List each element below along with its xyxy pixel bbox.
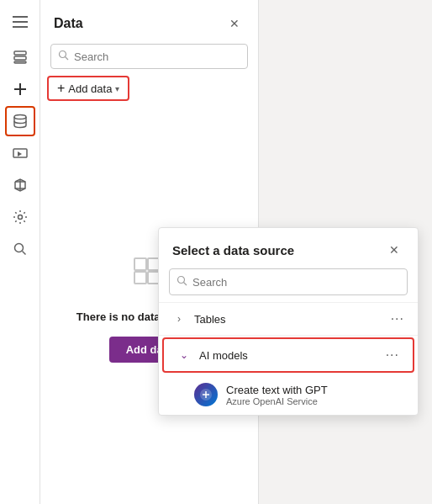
source-ai-models-label: AI models [199,349,386,362]
data-search-box [50,44,248,69]
popup-title: Select a data source [172,243,294,257]
nav-item-connections[interactable] [5,170,35,200]
popup-close-button[interactable]: ✕ [384,240,404,260]
svg-line-20 [184,283,187,286]
nav-item-settings[interactable] [5,202,35,232]
add-data-label: Add data [68,82,112,95]
nav-item-add[interactable] [5,74,35,104]
svg-rect-2 [14,61,26,63]
svg-line-12 [22,252,25,255]
add-data-button[interactable]: + Add data ▾ [47,76,129,101]
popup-divider-2 [159,335,418,336]
tables-more-icon[interactable]: ··· [391,311,404,326]
data-panel-header: Data ✕ [40,0,258,40]
svg-point-19 [178,277,185,284]
popup-header: Select a data source ✕ [159,228,418,268]
svg-rect-0 [14,51,26,55]
hamburger-menu[interactable] [5,7,35,37]
source-item-tables[interactable]: › Tables ··· [159,303,418,335]
svg-point-11 [14,244,23,252]
svg-point-10 [18,215,22,220]
nav-item-data[interactable] [5,106,35,136]
popup-search-icon [176,274,187,289]
main-panel: Data ✕ + Add data ▾ [40,0,432,504]
left-nav [0,0,40,504]
source-item-ai-models[interactable]: ⌄ AI models ··· [162,337,414,373]
source-tables-label: Tables [194,313,391,326]
gpt-title: Create text with GPT [226,384,328,396]
gpt-subtitle: Azure OpenAI Service [226,396,328,406]
chevron-down-icon: ⌄ [177,349,191,361]
popup-search-input[interactable] [192,276,400,289]
data-search-input[interactable] [74,50,240,63]
plus-icon: + [57,82,65,95]
chevron-down-icon: ▾ [115,84,119,93]
svg-rect-15 [134,258,146,270]
gpt-item[interactable]: Create text with GPT Azure OpenAI Servic… [159,374,418,415]
data-panel-close-button[interactable]: ✕ [224,13,245,34]
search-icon [58,50,69,63]
svg-line-14 [66,57,69,61]
nav-item-media[interactable] [5,138,35,168]
ai-models-more-icon[interactable]: ··· [386,347,399,363]
svg-point-13 [60,51,66,58]
nav-item-layers[interactable] [5,42,35,72]
svg-point-5 [14,115,26,119]
gpt-icon [194,383,218,406]
popup-search-box [169,268,408,295]
data-panel-title: Data [54,16,83,31]
nav-item-search[interactable] [5,234,35,264]
chevron-right-icon: › [172,313,186,325]
data-source-popup: Select a data source ✕ › Tables ··· ⌄ AI… [158,227,419,416]
svg-rect-1 [14,56,26,60]
gpt-text: Create text with GPT Azure OpenAI Servic… [226,384,328,406]
svg-rect-17 [134,272,146,284]
